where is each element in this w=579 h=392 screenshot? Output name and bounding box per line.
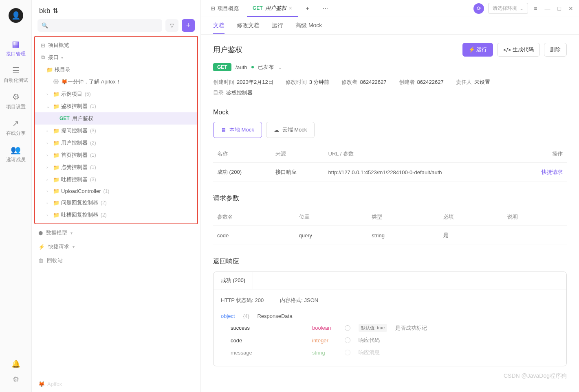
project-name: bkb [39,7,50,15]
tree-question-controller[interactable]: › 📁 提问控制器 (3) [35,125,197,137]
bolt-icon: ⚡ [38,244,45,250]
radio-icon[interactable] [345,325,350,331]
gen-code-button[interactable]: </> 生成代码 [497,43,540,57]
col-action: 操作 [514,145,567,163]
folder-icon: 📁 [53,103,59,109]
tree-api-user-auth[interactable]: GET 用户鉴权 [35,112,197,125]
plus-icon: + [186,21,191,30]
add-button[interactable]: + [182,19,195,32]
tree-root-dir[interactable]: 📁 根目录 [35,64,197,76]
mock-tab-cloud[interactable]: ☁ 云端 Mock [266,122,315,138]
minimize-button[interactable]: — [543,4,552,13]
schema-root[interactable]: object [221,313,235,319]
radio-icon[interactable] [345,350,350,355]
label: 生成代码 [513,46,534,53]
settings-icon[interactable]: ⚙ [13,375,19,384]
method-badge: GET [253,5,263,11]
filter-button[interactable]: ▽ [165,19,178,32]
meta-creator: 创建者862422627 [399,79,444,86]
main-panel: ⊞ 项目概览 GET 用户鉴权 × + ⋯ ⟳ 请选择环境 ⌄ ≡ — □ ✕ … [201,0,579,392]
folder-icon: 📁 [53,91,59,97]
tree-upload-controller[interactable]: › 📁 UploadController (1) [35,186,197,197]
folder-icon: 📁 [53,164,59,171]
tree-label: 点赞控制器 [61,164,88,171]
project-selector[interactable]: bkb ⇅ [32,0,200,19]
tree-home-controller[interactable]: › 📁 首页控制器 (1) [35,149,197,161]
chevron-down-icon[interactable]: ⌄ [278,64,282,70]
tree-comment-reply-controller[interactable]: › 📁 吐槽回复控制器 (2) [35,209,197,221]
count-badge: (2) [90,140,96,146]
count-badge: (1) [103,188,110,194]
subtab-doc[interactable]: 文档 [213,22,225,34]
tree-intro[interactable]: Ⓜ 🦊一分钟，了解 Apifox！ [35,76,197,88]
folder-icon: 📁 [46,67,52,73]
tab-more[interactable]: ⋯ [317,0,334,17]
response-tab[interactable]: 成功 (200) [214,272,253,289]
close-icon[interactable]: × [289,5,292,11]
field-name: success [231,325,304,331]
tree-like-controller[interactable]: › 📁 点赞控制器 (1) [35,161,197,173]
chevron-down-icon: ▾ [70,231,75,235]
subtab-run[interactable]: 运行 [272,22,283,34]
tree-question-reply-controller[interactable]: › 📁 问题回复控制器 (2) [35,197,197,209]
doc-icon: Ⓜ [53,78,59,85]
bell-icon[interactable]: 🔔 [11,359,20,368]
brand-label: Apifox [47,381,62,387]
sync-button[interactable]: ⟳ [473,3,484,14]
subtab-mock[interactable]: 高级 Mock [295,22,322,34]
count-badge: (2) [101,212,107,218]
tree-interface-root[interactable]: ⧉ 接口 ▾ [35,51,197,64]
env-label: 请选择环境 [493,5,517,12]
field-type: integer [312,337,337,344]
fox-icon: 🦊 [38,381,45,387]
label: 数据模型 [46,229,67,237]
tree-quick-request[interactable]: ⚡ 快捷请求 ▾ [32,240,200,254]
tree-overview[interactable]: ⊞ 项目概览 [35,39,197,51]
tree-label: 用户控制器 [61,139,88,147]
tab-overview[interactable]: ⊞ 项目概览 [205,0,244,17]
api-title: 用户鉴权 [213,45,242,55]
gear-icon: ⚙ [12,92,20,102]
cell-pos: query [295,226,368,245]
nav-api-manage[interactable]: ▦ 接口管理 [0,35,31,61]
users-icon: 👥 [11,145,21,155]
tree-user-controller[interactable]: › 📁 用户控制器 (2) [35,137,197,149]
close-button[interactable]: ✕ [567,4,575,13]
tree-label: 问题回复控制器 [61,199,98,206]
col-desc: 说明 [503,208,567,226]
tree-trash[interactable]: 🗑 回收站 [32,254,200,267]
folder-icon: 📁 [53,128,59,134]
env-selector[interactable]: 请选择环境 ⌄ [488,3,528,14]
run-button[interactable]: ⚡ 运行 [462,43,493,57]
status-dot-icon [251,66,254,68]
subtab-edit[interactable]: 修改文档 [237,22,260,34]
tab-bar: ⊞ 项目概览 GET 用户鉴权 × + ⋯ ⟳ 请选择环境 ⌄ ≡ — □ ✕ [201,0,579,17]
plus-icon: + [306,5,309,11]
nav-settings[interactable]: ⚙ 项目设置 [0,88,31,114]
nav-invite[interactable]: 👥 邀请成员 [0,141,31,167]
tab-api[interactable]: GET 用户鉴权 × [247,0,298,17]
tree-label: 鉴权控制器 [61,103,88,110]
chevron-right-icon: › [46,165,51,170]
maximize-button[interactable]: □ [556,4,563,13]
delete-button[interactable]: 删除 [544,43,567,57]
nav-share[interactable]: ↗ 在线分享 [0,114,31,141]
tree-label: UploadController [61,188,101,194]
quick-request-link[interactable]: 快捷请求 [542,169,563,175]
tree-auth-controller[interactable]: ⌄ 📁 鉴权控制器 (1) [35,100,197,112]
avatar[interactable]: 👤 [9,8,23,23]
tree-example[interactable]: › 📁 示例项目 (5) [35,88,197,100]
tree-comment-controller[interactable]: › 📁 吐槽控制器 (3) [35,173,197,186]
label: 快捷请求 [48,243,69,250]
meta-modifier: 修改者862422627 [341,79,386,86]
nav-automation[interactable]: ☰ 自动化测试 [0,61,31,88]
tab-add[interactable]: + [300,0,315,17]
sub-tabs: 文档 修改文档 运行 高级 Mock [201,17,579,35]
layout-button[interactable]: ≡ [532,4,539,13]
radio-icon[interactable] [345,337,350,343]
col-required: 必填 [439,208,503,226]
search-input[interactable] [37,19,162,32]
mock-tab-local[interactable]: 🖥 本地 Mock [213,122,262,138]
tree-data-model[interactable]: ⬢ 数据模型 ▾ [32,226,200,240]
col-name: 参数名 [213,208,295,226]
